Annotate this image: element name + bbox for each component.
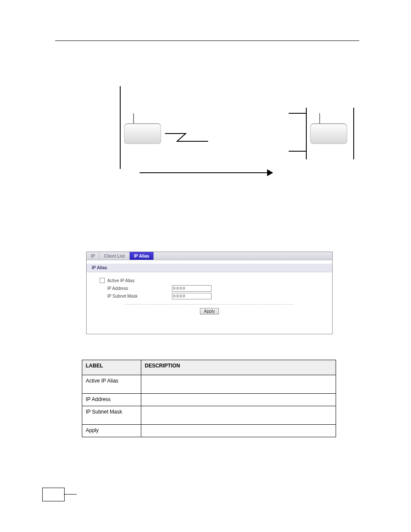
lan-bus-line-left [120, 86, 121, 169]
table-cell-desc [141, 375, 336, 394]
tab-client-list[interactable]: Client List [100, 252, 129, 260]
header-rule [55, 40, 359, 41]
active-ip-alias-checkbox[interactable] [100, 278, 105, 283]
lan-stub-line [289, 151, 306, 152]
arrow-right-icon [267, 169, 273, 176]
field-description-table: LABEL DESCRIPTION Active IP Alias IP Add… [82, 360, 336, 437]
tab-bar: IP Client List IP Alias [87, 252, 332, 260]
arrow-shaft [140, 172, 269, 173]
section-title: IP Alias [87, 264, 332, 272]
wireless-zigzag-icon [165, 130, 209, 145]
ip-address-input[interactable]: 0.0.0.0 [172, 285, 212, 292]
ip-alias-diagram [112, 86, 371, 187]
active-ip-alias-label: Active IP Alias [107, 278, 134, 283]
table-header-description: DESCRIPTION [141, 360, 336, 375]
table-cell-label: IP Address [82, 394, 141, 406]
table-row: IP Subnet Mask [82, 406, 336, 425]
table-cell-label: Apply [82, 425, 141, 437]
ip-address-label: IP Address [100, 286, 172, 291]
lan-stub-line [289, 113, 306, 114]
table-row: Apply [82, 425, 336, 437]
router-icon [310, 123, 347, 144]
lan-bus-line-right-a [306, 108, 307, 159]
apply-button[interactable]: Apply [200, 308, 218, 314]
tab-ip-alias[interactable]: IP Alias [130, 252, 154, 260]
form-separator [125, 304, 293, 305]
table-row: IP Address [82, 394, 336, 406]
ip-subnet-mask-input[interactable]: 0.0.0.0 [172, 293, 212, 299]
router-icon [124, 123, 161, 144]
table-cell-label: Active IP Alias [82, 375, 141, 394]
table-cell-desc [141, 406, 336, 425]
table-cell-desc [141, 394, 336, 406]
table-row: Active IP Alias [82, 375, 336, 394]
table-cell-desc [141, 425, 336, 437]
document-page: IP Client List IP Alias IP Alias Active … [0, 0, 411, 532]
ip-alias-screenshot: IP Client List IP Alias IP Alias Active … [86, 252, 333, 334]
page-number-box [42, 488, 65, 501]
table-cell-label: IP Subnet Mask [82, 406, 141, 425]
table-header-label: LABEL [82, 360, 141, 375]
tab-ip[interactable]: IP [87, 252, 100, 260]
ip-subnet-mask-label: IP Subnet Mask [100, 294, 172, 299]
lan-bus-line-right-b [353, 108, 354, 159]
ip-alias-form: Active IP Alias IP Address 0.0.0.0 IP Su… [87, 272, 332, 317]
page-number-rule [64, 494, 77, 495]
